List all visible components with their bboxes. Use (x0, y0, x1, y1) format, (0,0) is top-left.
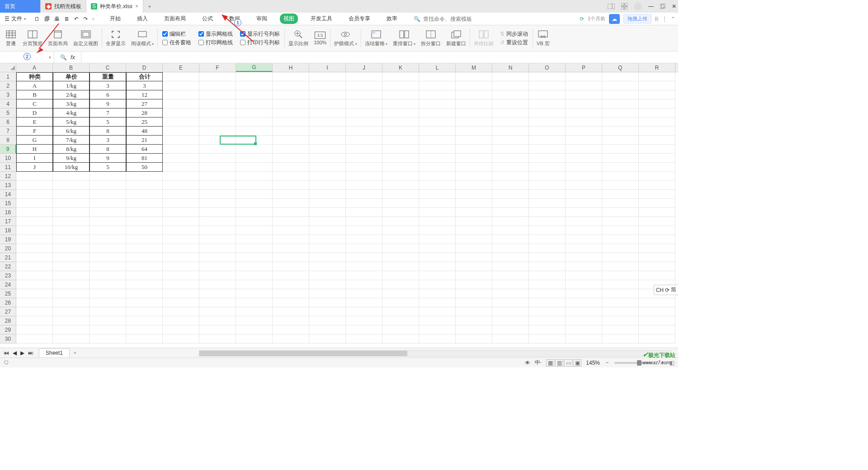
cell-K7[interactable] (382, 127, 419, 136)
cell-L20[interactable] (419, 244, 456, 253)
cell-J24[interactable] (346, 280, 382, 289)
print-icon[interactable]: 🖶 (54, 16, 60, 22)
cell-O6[interactable] (529, 118, 566, 127)
cell-R2[interactable] (639, 81, 675, 90)
cell-H27[interactable] (273, 307, 309, 316)
cell-Q5[interactable] (602, 108, 639, 118)
cell-O20[interactable] (529, 244, 566, 253)
cell-P10[interactable] (566, 154, 602, 163)
cell-L23[interactable] (419, 271, 456, 280)
cell-B6[interactable]: 5/kg (53, 118, 90, 127)
cell-N4[interactable] (492, 99, 529, 108)
cell-D22[interactable] (126, 262, 163, 271)
cell-E18[interactable] (163, 226, 199, 235)
cell-B4[interactable]: 3/kg (53, 99, 90, 108)
cell-B30[interactable] (53, 334, 90, 343)
cell-D15[interactable] (126, 199, 163, 208)
cell-Q18[interactable] (602, 226, 639, 235)
cell-Q23[interactable] (602, 271, 639, 280)
cell-H9[interactable] (273, 145, 309, 154)
cell-J4[interactable] (346, 99, 382, 108)
cell-F14[interactable] (199, 190, 236, 199)
chevron-down-icon[interactable]: ▾ (92, 17, 94, 21)
row-12[interactable]: 12 (0, 172, 16, 181)
cell-A14[interactable] (16, 190, 53, 199)
cell-E11[interactable] (163, 163, 199, 172)
cell-M22[interactable] (456, 262, 492, 271)
cell-H5[interactable] (273, 108, 309, 118)
col-Q[interactable]: Q (602, 63, 639, 72)
cell-I8[interactable] (309, 136, 346, 145)
row-30[interactable]: 30 (0, 334, 16, 343)
row-7[interactable]: 7 (0, 127, 16, 136)
cell-R14[interactable] (639, 190, 675, 199)
cell-M4[interactable] (456, 99, 492, 108)
cell-M3[interactable] (456, 90, 492, 99)
cell-L25[interactable] (419, 289, 456, 298)
row-15[interactable]: 15 (0, 199, 16, 208)
cell-I15[interactable] (309, 199, 346, 208)
cell-G19[interactable] (236, 235, 273, 244)
cell-N6[interactable] (492, 118, 529, 127)
cell-O28[interactable] (529, 316, 566, 325)
cell-G10[interactable] (236, 154, 273, 163)
avatar[interactable] (634, 2, 642, 10)
cell-C16[interactable] (90, 208, 126, 217)
cell-H13[interactable] (273, 181, 309, 190)
cell-N2[interactable] (492, 81, 529, 90)
cell-H8[interactable] (273, 136, 309, 145)
cell-F10[interactable] (199, 154, 236, 163)
cell-F9[interactable] (199, 145, 236, 154)
menu-hamburger[interactable]: ☰ 文件 ▾ (3, 14, 28, 24)
cell-N29[interactable] (492, 325, 529, 334)
cell-F7[interactable] (199, 127, 236, 136)
cell-O24[interactable] (529, 280, 566, 289)
eyecare-status-icon[interactable]: 👁 (525, 360, 530, 366)
cell-J10[interactable] (346, 154, 382, 163)
cell-E20[interactable] (163, 244, 199, 253)
rb-pagelayout[interactable]: 页面布局 (45, 26, 71, 50)
zoom-knob[interactable] (637, 360, 642, 366)
cell-J29[interactable] (346, 325, 382, 334)
row-2[interactable]: 2 (0, 81, 16, 90)
cell-Q9[interactable] (602, 145, 639, 154)
zoom-value[interactable]: 145% (586, 360, 600, 366)
cell-F25[interactable] (199, 289, 236, 298)
cell-C5[interactable]: 7 (90, 108, 126, 118)
cell-N25[interactable] (492, 289, 529, 298)
cell-D9[interactable]: 64 (126, 145, 163, 154)
chevron-down-icon[interactable]: ▾ (49, 55, 51, 60)
cell-E9[interactable] (163, 145, 199, 154)
cell-E23[interactable] (163, 271, 199, 280)
close-icon[interactable]: × (135, 3, 138, 9)
cell-D26[interactable] (126, 298, 163, 307)
cell-O23[interactable] (529, 271, 566, 280)
ime-badge[interactable]: CH⟳简 (654, 285, 678, 295)
cell-G26[interactable] (236, 298, 273, 307)
cell-Q30[interactable] (602, 334, 639, 343)
cell-H18[interactable] (273, 226, 309, 235)
cell-E14[interactable] (163, 190, 199, 199)
cell-A8[interactable]: G (16, 136, 53, 145)
cell-J19[interactable] (346, 235, 382, 244)
cell-O12[interactable] (529, 172, 566, 181)
cell-A19[interactable] (16, 235, 53, 244)
cell-G4[interactable] (236, 99, 273, 108)
vm-normal[interactable]: ▦ (546, 359, 554, 367)
row-headers[interactable]: 1234567891011121314151617181920212223242… (0, 72, 16, 343)
row-16[interactable]: 16 (0, 208, 16, 217)
cell-L14[interactable] (419, 190, 456, 199)
tab-templates[interactable]: ◆ 找稻壳模板 (41, 0, 86, 13)
cell-E25[interactable] (163, 289, 199, 298)
cell-D3[interactable]: 12 (126, 90, 163, 99)
ribbon-tab-审阅[interactable]: 审阅 (253, 14, 271, 24)
cell-G25[interactable] (236, 289, 273, 298)
cell-L28[interactable] (419, 316, 456, 325)
cell-M15[interactable] (456, 199, 492, 208)
cell-M26[interactable] (456, 298, 492, 307)
row-17[interactable]: 17 (0, 217, 16, 226)
cell-R15[interactable] (639, 199, 675, 208)
menu-search[interactable]: 🔍 (414, 16, 477, 22)
cell-F28[interactable] (199, 316, 236, 325)
cell-K1[interactable] (382, 72, 419, 81)
